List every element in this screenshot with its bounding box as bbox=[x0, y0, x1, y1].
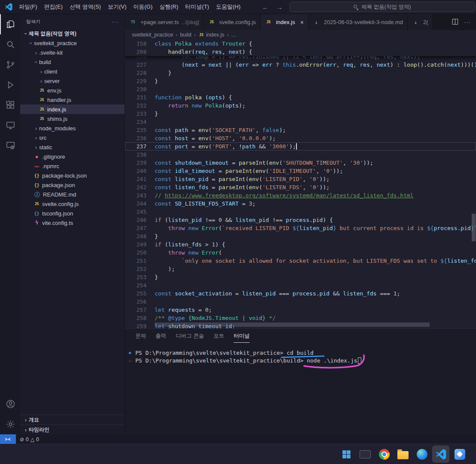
tree-file-svelte.config.js[interactable]: JSsvelte.config.js bbox=[20, 199, 125, 209]
breadcrumb-item-sveltekit_practice[interactable]: sveltekit_practice bbox=[132, 32, 173, 38]
code-line-235[interactable]: 235const path = env('SOCKET_PATH', false… bbox=[125, 126, 476, 134]
code-line-249[interactable]: 249if (listen_fds > 1) { bbox=[125, 240, 476, 249]
tree-file-README.md[interactable]: iREADME.md bbox=[20, 190, 125, 199]
menu-파일(F)[interactable]: 파일(F) bbox=[15, 0, 41, 14]
workspace-root-row[interactable]: › 제목 없음(작업 영역) bbox=[20, 29, 125, 38]
panel-tab-터미널[interactable]: 터미널 bbox=[234, 329, 250, 343]
sidebar-section-타임라인[interactable]: ›타임라인 bbox=[20, 424, 125, 434]
tab-index.js[interactable]: JSindex.js× bbox=[261, 14, 308, 30]
menu-이동(G)[interactable]: 이동(G) bbox=[130, 0, 156, 14]
code-line-239[interactable]: 239const shutdown_timeout = parseInt(env… bbox=[125, 159, 476, 167]
code-line-158[interactable]: 158class Polka extends Trouter { bbox=[125, 40, 476, 48]
tree-folder-node_modules[interactable]: ›node_modules bbox=[20, 123, 125, 133]
tree-file-vite.config.ts[interactable]: ϟvite.config.ts bbox=[20, 218, 125, 227]
vertical-scrollbar[interactable] bbox=[472, 214, 476, 241]
taskbar-chrome-icon[interactable] bbox=[375, 446, 393, 463]
split-editor-button[interactable] bbox=[452, 18, 458, 26]
tree-file-.npmrc[interactable]: npm.npmrc bbox=[20, 161, 125, 171]
tree-folder-static[interactable]: ›static bbox=[20, 142, 125, 152]
sidebar-more-actions-button[interactable]: ··· bbox=[112, 18, 119, 25]
tree-folder-build[interactable]: ›build bbox=[20, 57, 125, 67]
tree-file-handler.js[interactable]: JShandler.js bbox=[20, 95, 125, 104]
breadcrumb-item-...[interactable]: ... bbox=[231, 32, 235, 38]
tree-file-tsconfig.json[interactable]: {}tsconfig.json bbox=[20, 209, 125, 218]
taskbar-vscode-icon[interactable] bbox=[432, 446, 449, 463]
dev-containers-icon[interactable] bbox=[0, 135, 20, 156]
horizontal-scrollbar[interactable] bbox=[155, 323, 430, 327]
code-line-246[interactable]: 246if (listen_pid !== 0 && listen_pid !=… bbox=[125, 216, 476, 224]
menu-도움말(H)[interactable]: 도움말(H) bbox=[213, 0, 244, 14]
account-icon[interactable] bbox=[0, 394, 20, 414]
panel-tab-포트[interactable]: 포트 bbox=[214, 329, 224, 342]
code-line-251[interactable]: 251 `only one socket is allowed for sock… bbox=[125, 257, 476, 265]
code-editor[interactable]: 226 let loop = () => res.finished || (i … bbox=[125, 40, 476, 328]
extensions-icon[interactable] bbox=[0, 95, 20, 115]
tree-file-package-lock.json[interactable]: {}package-lock.json bbox=[20, 171, 125, 180]
close-tab-icon[interactable]: × bbox=[300, 19, 304, 26]
nav-back-button[interactable]: ← bbox=[262, 3, 269, 11]
search-icon[interactable] bbox=[0, 34, 20, 55]
code-line-236[interactable]: 236const host = env('HOST', '0.0.0.0'); bbox=[125, 134, 476, 142]
panel-tab-출력[interactable]: 출력 bbox=[156, 329, 166, 342]
panel-tab-문제[interactable]: 문제 bbox=[135, 329, 146, 342]
tree-file-env.js[interactable]: JSenv.js bbox=[20, 86, 125, 95]
problems-status[interactable]: ⊘ 0 △ 0 bbox=[16, 436, 39, 442]
code-line-228[interactable]: 228 } bbox=[125, 69, 476, 77]
code-line-255[interactable]: 255const socket_activation = listen_pid … bbox=[125, 289, 476, 298]
code-line-231[interactable]: 231function polka (opts) { bbox=[125, 93, 476, 101]
tree-file-shims.js[interactable]: JSshims.js bbox=[20, 114, 125, 123]
code-line-227[interactable]: 227 (next = next || (err => err ? this.o… bbox=[125, 61, 476, 69]
taskbar-file-explorer-icon[interactable] bbox=[394, 446, 412, 463]
code-line-245[interactable]: 245 bbox=[125, 208, 476, 216]
code-line-240[interactable]: 240const idle_timeout = parseInt(env('ID… bbox=[125, 167, 476, 175]
command-decoration-icon[interactable]: ○ bbox=[129, 357, 131, 365]
code-line-244[interactable]: 244const SD_LISTEN_FDS_START = 3; bbox=[125, 200, 476, 208]
code-line-243[interactable]: 243// https://www.freedesktop.org/softwa… bbox=[125, 191, 476, 200]
terminal[interactable]: ●PS D:\Programming\svelte\sveltekit_prac… bbox=[125, 343, 476, 365]
code-line-230[interactable]: 230 bbox=[125, 85, 476, 93]
more-actions-button[interactable]: ··· bbox=[464, 19, 471, 25]
run-debug-icon[interactable] bbox=[0, 75, 20, 95]
sidebar-section-개요[interactable]: ›개요 bbox=[20, 415, 125, 424]
tab-2([interactable]: ↓2( bbox=[408, 14, 433, 30]
tree-folder-client[interactable]: ›client bbox=[20, 67, 125, 76]
code-line-234[interactable]: 234 bbox=[125, 118, 476, 126]
tab-2025-06-03-sveltekit-3-node.md[interactable]: ↓2025-06-03-sveltekit-3-node.md bbox=[308, 14, 408, 30]
remote-indicator-button[interactable]: >< bbox=[0, 434, 16, 444]
code-line-242[interactable]: 242const listen_fds = parseInt(env('LIST… bbox=[125, 183, 476, 191]
taskbar-start-icon[interactable] bbox=[338, 446, 355, 463]
code-line-229[interactable]: 229} bbox=[125, 77, 476, 85]
taskbar-photos-icon[interactable] bbox=[451, 446, 468, 463]
code-line-252[interactable]: 252 ); bbox=[125, 265, 476, 273]
code-line-247[interactable]: 247 throw new Error(`received LISTEN_PID… bbox=[125, 224, 476, 232]
tree-folder-.svelte-kit[interactable]: ›.svelte-kit bbox=[20, 48, 125, 57]
explorer-icon[interactable] bbox=[0, 14, 20, 34]
code-line-258[interactable]: 258/** @type {NodeJS.Timeout | void} */ bbox=[125, 314, 476, 322]
menu-실행(R)[interactable]: 실행(R) bbox=[156, 0, 182, 14]
code-line-253[interactable]: 253} bbox=[125, 273, 476, 281]
breadcrumb-item-build[interactable]: build bbox=[180, 32, 191, 38]
tree-folder-src[interactable]: ›src bbox=[20, 133, 125, 142]
tree-file-index.js[interactable]: JSindex.js bbox=[20, 104, 125, 114]
menu-터미널(T)[interactable]: 터미널(T) bbox=[182, 0, 213, 14]
tree-folder-sveltekit_practice[interactable]: ›sveltekit_practice bbox=[20, 38, 125, 48]
nav-forward-button[interactable]: → bbox=[276, 3, 283, 11]
code-line-254[interactable]: 254 bbox=[125, 281, 476, 289]
command-decoration-icon[interactable]: ● bbox=[129, 349, 131, 357]
source-control-icon[interactable] bbox=[0, 55, 20, 75]
tree-folder-server[interactable]: ›server bbox=[20, 76, 125, 86]
settings-icon[interactable] bbox=[0, 414, 20, 434]
panel-tab-디버그 콘솔[interactable]: 디버그 콘솔 bbox=[176, 329, 204, 342]
tree-file-package.json[interactable]: {}package.json bbox=[20, 180, 125, 190]
menu-선택 영역(S)[interactable]: 선택 영역(S) bbox=[66, 0, 104, 14]
code-line-238[interactable]: 238 bbox=[125, 151, 476, 159]
code-line-208[interactable]: 208 handler(req, res, next) { bbox=[125, 48, 476, 56]
tab-svelte.config.js[interactable]: JSsvelte.config.js bbox=[204, 14, 260, 30]
taskbar-edge-icon[interactable] bbox=[413, 446, 430, 463]
menu-보기(V)[interactable]: 보기(V) bbox=[104, 0, 130, 14]
code-line-232[interactable]: 232 return new Polka(opts); bbox=[125, 101, 476, 110]
code-line-250[interactable]: 250 throw new Error( bbox=[125, 249, 476, 257]
code-line-233[interactable]: 233} bbox=[125, 110, 476, 118]
taskbar-monitor-icon[interactable] bbox=[357, 446, 374, 463]
code-line-257[interactable]: 257let requests = 0; bbox=[125, 306, 476, 314]
